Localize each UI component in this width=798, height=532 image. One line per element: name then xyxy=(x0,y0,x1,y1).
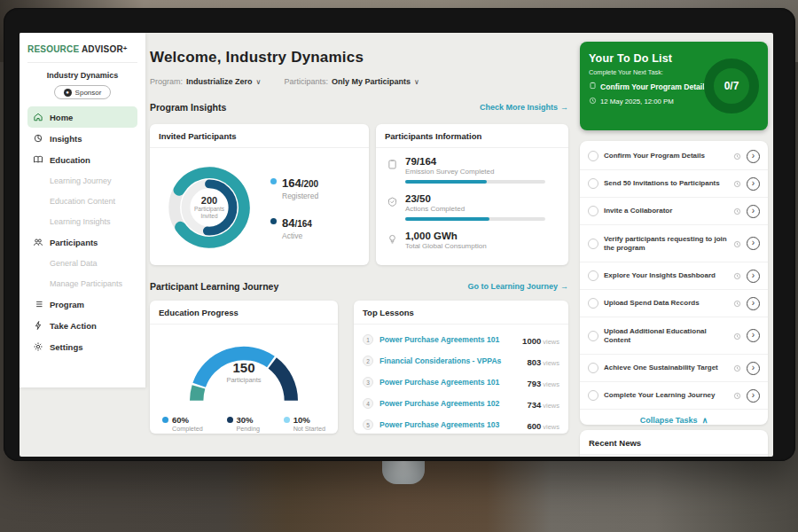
legend-total: /164 xyxy=(294,219,311,229)
clock-icon xyxy=(733,295,741,311)
legend-pct: 60% xyxy=(172,415,203,425)
lesson-views-suffix: views xyxy=(543,402,559,410)
actions-icon xyxy=(387,195,398,207)
todo-item[interactable]: Achieve One Sustainability Target › xyxy=(580,355,768,382)
sidebar-item-general-data[interactable]: General Data xyxy=(27,253,137,273)
checkbox[interactable] xyxy=(588,178,598,189)
education-icon xyxy=(33,154,43,165)
check-more-insights-link[interactable]: Check More Insights→ xyxy=(480,103,568,112)
todo-item-label: Send 50 Invitations to Participants xyxy=(604,176,728,192)
chevron-right-button[interactable]: › xyxy=(747,329,760,342)
lesson-link[interactable]: Financial Considerations - VPPAs xyxy=(379,356,520,365)
home-icon xyxy=(33,112,43,122)
invited-donut-chart: 200 Participants Invited xyxy=(157,155,262,260)
stat-label: Actions Completed xyxy=(405,205,545,213)
checkbox[interactable] xyxy=(588,390,598,401)
chevron-right-button[interactable]: › xyxy=(747,150,760,163)
lesson-link[interactable]: Power Purchase Agreements 101 xyxy=(379,378,520,387)
legend-pct: 10% xyxy=(293,415,325,425)
todo-hero-card: Your To Do List Complete Your Next Task:… xyxy=(580,42,768,130)
clock-icon xyxy=(733,203,741,219)
legend-value: 164 xyxy=(282,176,301,190)
todo-item[interactable]: Upload Spend Data Records › xyxy=(580,290,768,317)
stat-label: Total Global Consumption xyxy=(405,242,487,250)
logo-plus: + xyxy=(123,44,128,52)
legend-dot-completed xyxy=(162,417,168,423)
sidebar-item-take-action[interactable]: Take Action xyxy=(27,315,137,336)
checkbox[interactable] xyxy=(588,239,598,249)
chevron-right-button[interactable]: › xyxy=(747,389,760,403)
participants-filter-label: Participants: xyxy=(284,77,328,86)
todo-item[interactable]: Confirm Your Program Details › xyxy=(580,143,768,170)
participants-filter[interactable]: Participants: Only My Participants ∨ xyxy=(284,77,419,86)
checkbox[interactable] xyxy=(588,206,598,216)
org-name: Industry Dynamics xyxy=(27,71,137,80)
monitor-bezel: RESOURCE ADVISOR+ Industry Dynamics ● Sp… xyxy=(4,8,795,461)
todo-next-task-label: Confirm Your Program Details xyxy=(600,82,708,91)
legend-registered: 164/200 Registered xyxy=(270,175,318,200)
participants-icon xyxy=(33,237,43,247)
lesson-link[interactable]: Power Purchase Agreements 103 xyxy=(379,420,520,429)
lesson-link[interactable]: Power Purchase Agreements 101 xyxy=(379,335,516,344)
sidebar: RESOURCE ADVISOR+ Industry Dynamics ● Sp… xyxy=(20,33,145,387)
lesson-link[interactable]: Power Purchase Agreements 102 xyxy=(379,399,520,408)
todo-item-label: Explore Your Insights Dashboard xyxy=(604,268,728,284)
app-logo: RESOURCE ADVISOR+ xyxy=(27,44,137,63)
sidebar-item-insights[interactable]: Insights xyxy=(27,128,137,149)
todo-list-card: Confirm Your Program Details › Send 50 I… xyxy=(580,141,768,425)
legend-dot-registered xyxy=(270,178,277,184)
sidebar-item-education[interactable]: Education xyxy=(27,149,137,170)
sidebar-item-manage-participants[interactable]: Manage Participants xyxy=(27,273,137,293)
checkbox[interactable] xyxy=(588,331,598,341)
chevron-right-button[interactable]: › xyxy=(747,205,760,218)
collapse-tasks-link[interactable]: Collapse Tasks ∧ xyxy=(580,410,768,431)
todo-item[interactable]: Verify participants requesting to join t… xyxy=(580,225,768,262)
chevron-right-button[interactable]: › xyxy=(747,237,760,250)
section-title: Program Insights xyxy=(150,102,226,113)
todo-item[interactable]: Complete Your Learning Journey › xyxy=(580,382,768,410)
lesson-list: 1 Power Purchase Agreements 101 1000view… xyxy=(354,325,568,440)
sidebar-item-participants[interactable]: Participants xyxy=(27,231,137,253)
chevron-right-button[interactable]: › xyxy=(747,362,760,375)
sidebar-item-home[interactable]: Home xyxy=(27,106,137,128)
legend-dot-not-started xyxy=(284,417,290,423)
chevron-right-button[interactable]: › xyxy=(747,270,760,283)
sidebar-item-program[interactable]: Program xyxy=(27,293,137,315)
stat-global-consumption: 1,000 GWh Total Global Consumption xyxy=(387,231,558,250)
lesson-views: 793 xyxy=(527,379,541,388)
checkbox[interactable] xyxy=(588,151,598,161)
chevron-right-button[interactable]: › xyxy=(747,297,760,310)
lesson-views-suffix: views xyxy=(543,359,559,367)
lesson-views: 600 xyxy=(527,421,541,431)
todo-item[interactable]: Explore Your Insights Dashboard › xyxy=(580,262,768,290)
chevron-right-button[interactable]: › xyxy=(747,177,760,191)
legend-not-started: 10% Not Started xyxy=(284,415,325,433)
sidebar-item-learning-journey[interactable]: Learning Journey xyxy=(27,170,137,191)
lesson-views-suffix: views xyxy=(543,380,559,388)
program-filter[interactable]: Program: Industrialize Zero ∨ xyxy=(150,77,261,86)
progress-fill xyxy=(405,217,489,221)
clock-icon xyxy=(733,268,741,284)
sidebar-item-label: Insights xyxy=(50,134,82,144)
sidebar-item-learning-insights[interactable]: Learning Insights xyxy=(27,211,137,231)
program-insights-header: Program Insights Check More Insights→ xyxy=(150,102,568,113)
go-to-learning-journey-link[interactable]: Go to Learning Journey→ xyxy=(467,282,568,291)
stat-actions-completed: 23/50 Actions Completed xyxy=(387,193,558,221)
sidebar-item-label: General Data xyxy=(50,259,98,268)
lesson-row: 5 Power Purchase Agreements 103 600views xyxy=(363,414,559,435)
chevron-down-icon[interactable]: ∨ xyxy=(256,78,262,86)
legend-dot-active xyxy=(270,218,277,224)
take-action-icon xyxy=(33,320,43,331)
main-content: Welcome, Industry Dynamics Program: Indu… xyxy=(150,33,568,457)
todo-item[interactable]: Send 50 Invitations to Participants › xyxy=(580,170,768,198)
checkbox[interactable] xyxy=(588,298,598,309)
gauge-center-caption: Participants xyxy=(177,376,310,384)
todo-item[interactable]: Upload Additional Educational Content › xyxy=(580,317,768,355)
sidebar-item-education-content[interactable]: Education Content xyxy=(27,191,137,211)
checkbox[interactable] xyxy=(588,270,598,281)
todo-item[interactable]: Invite a Collaborator › xyxy=(580,198,768,225)
sidebar-item-settings[interactable]: Settings xyxy=(27,336,137,357)
sponsor-badge[interactable]: ● Sponsor xyxy=(54,85,111,99)
checkbox[interactable] xyxy=(588,363,598,373)
chevron-down-icon[interactable]: ∨ xyxy=(414,78,419,86)
